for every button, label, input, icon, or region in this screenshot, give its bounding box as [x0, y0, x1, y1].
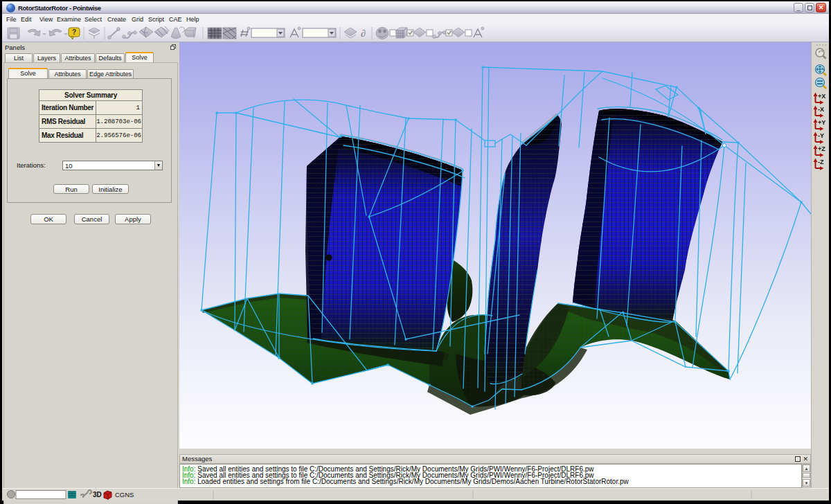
svg-text:3D: 3D	[93, 491, 102, 498]
svg-text:+Z: +Z	[818, 145, 825, 152]
svg-text:+X: +X	[818, 93, 825, 100]
svg-text:CGNS: CGNS	[115, 491, 134, 498]
svg-text:-Z: -Z	[818, 159, 824, 165]
svg-text:∂: ∂	[361, 28, 366, 39]
svg-text:-Y: -Y	[818, 132, 824, 139]
svg-text:?: ?	[72, 28, 76, 36]
svg-text:-X: -X	[818, 106, 824, 113]
svg-text:+Y: +Y	[818, 119, 825, 126]
